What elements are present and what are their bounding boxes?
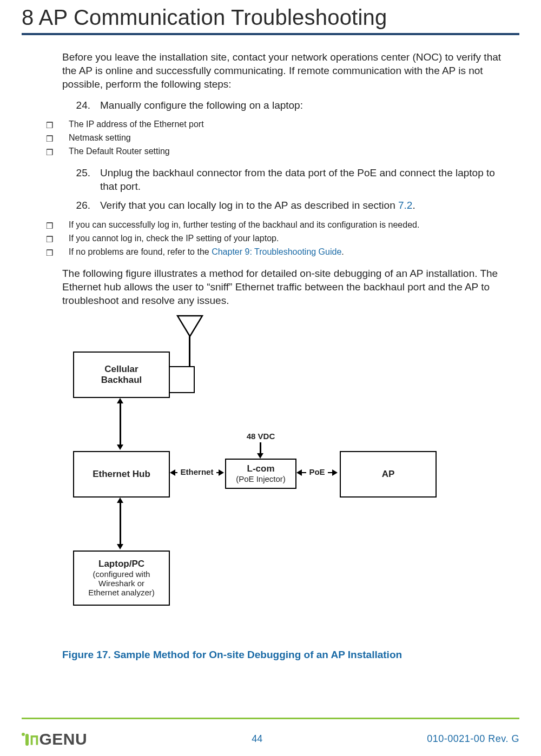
- step-number: 24.: [62, 98, 100, 112]
- step-24: 24. Manually configure the following on …: [62, 98, 514, 112]
- check-text: The Default Router setting: [69, 147, 170, 156]
- check-item: ❒ The Default Router setting: [46, 147, 519, 158]
- check-text: If you cannot log in, check the IP setti…: [69, 234, 279, 243]
- heading-rule: [22, 33, 519, 35]
- step-25: 25. Unplug the backhaul connector from t…: [62, 166, 514, 193]
- step-list: 24. Manually configure the following on …: [62, 98, 514, 112]
- step-number: 26.: [62, 198, 100, 212]
- cellular-backhaul-box: Cellular Backhaul: [73, 352, 170, 398]
- check-text: If no problems are found, refer to the C…: [69, 247, 344, 257]
- box-sub2: Wireshark or: [98, 579, 144, 588]
- box-sub1: (configured with: [93, 569, 150, 579]
- step-text-post: .: [412, 200, 415, 211]
- intro-paragraph: Before you leave the installation site, …: [62, 50, 514, 91]
- connector-line: [260, 442, 261, 454]
- check-item: ❒ If you cannot log in, check the IP set…: [46, 234, 519, 246]
- check-item: ❒ If no problems are found, refer to the…: [46, 247, 519, 259]
- arrow-right-icon: [332, 469, 338, 476]
- arrow-left-icon: [170, 469, 175, 476]
- logo-dot-icon: [22, 733, 25, 736]
- check-item: ❒ If you can successfully log in, furthe…: [46, 220, 519, 232]
- logo-text: GENU: [39, 730, 88, 748]
- check-item: ❒ The IP address of the Ethernet port: [46, 120, 519, 131]
- box-title: L-com: [247, 463, 275, 474]
- arrow-up-icon: [117, 398, 123, 403]
- connector-line: [120, 402, 121, 445]
- connector-line: [120, 502, 121, 544]
- step-26: 26. Verify that you can locally log in t…: [62, 198, 514, 212]
- page-number: 44: [252, 733, 262, 745]
- check-text: Netmask setting: [69, 133, 131, 143]
- paragraph-2: The following figure illustrates a metho…: [62, 267, 514, 307]
- label-poe: PoE: [306, 467, 328, 476]
- chapter-link[interactable]: Chapter 9: Troubleshooting Guide: [212, 247, 341, 256]
- page-footer: ᴨGENU 44 010-0021-00 Rev. G: [22, 727, 519, 751]
- step-text: Verify that you can locally log in to th…: [100, 198, 514, 212]
- step-text: Unplug the backhaul connector from the d…: [100, 166, 514, 193]
- box-sub3: Ethernet analyzer): [88, 588, 155, 597]
- check-item: ❒ Netmask setting: [46, 133, 519, 145]
- arrow-left-icon: [296, 469, 302, 476]
- checklist-2: ❒ If you can successfully log in, furthe…: [62, 220, 519, 259]
- step-number: 25.: [62, 166, 100, 193]
- step-list: 25. Unplug the backhaul connector from t…: [62, 166, 514, 212]
- label-48vdc: 48 VDC: [243, 432, 278, 441]
- checkbox-icon: ❒: [46, 133, 57, 145]
- brand-logo: ᴨGENU: [22, 730, 87, 748]
- label-ethernet: Ethernet: [177, 467, 216, 476]
- antenna-icon: [176, 315, 203, 337]
- antenna-base: [168, 366, 195, 393]
- arrow-up-icon: [117, 498, 123, 503]
- document-id: 010-0021-00 Rev. G: [427, 733, 519, 745]
- debug-diagram: Cellular Backhaul Ethernet Hub L-com (Po…: [54, 315, 444, 639]
- box-title: Cellular: [104, 364, 138, 375]
- logo-n-green: ᴨ: [30, 730, 39, 748]
- checkbox-icon: ❒: [46, 147, 57, 158]
- arrow-right-icon: [219, 469, 224, 476]
- figure-caption: Figure 17. Sample Method for On-site Deb…: [62, 649, 519, 661]
- box-title: AP: [382, 469, 395, 480]
- step-text-pre: Verify that you can locally log in to th…: [100, 200, 398, 211]
- antenna-mast: [189, 336, 190, 366]
- lcom-box: L-com (PoE Injector): [225, 459, 296, 489]
- arrow-down-icon: [117, 445, 123, 450]
- ethernet-hub-box: Ethernet Hub: [73, 451, 170, 498]
- check-text: The IP address of the Ethernet port: [69, 120, 204, 129]
- section-link[interactable]: 7.2: [398, 200, 412, 211]
- checkbox-icon: ❒: [46, 234, 57, 246]
- check-text-post: .: [341, 247, 344, 256]
- arrow-down-icon: [257, 453, 263, 459]
- box-title: Laptop/PC: [98, 559, 144, 569]
- box-subtitle: Backhaul: [101, 375, 142, 386]
- step-text: Manually configure the following on a la…: [100, 98, 514, 112]
- chapter-title-text: AP Communication Troubleshooting: [39, 5, 387, 29]
- box-subtitle: (PoE Injector): [236, 474, 286, 483]
- logo-i-icon: [25, 734, 29, 746]
- footer-rule: [22, 718, 519, 719]
- svg-marker-0: [177, 316, 202, 336]
- checkbox-icon: ❒: [46, 247, 57, 259]
- laptop-box: Laptop/PC (configured with Wireshark or …: [73, 551, 170, 606]
- chapter-number: 8: [22, 5, 34, 29]
- checkbox-icon: ❒: [46, 220, 57, 232]
- checklist-1: ❒ The IP address of the Ethernet port ❒ …: [62, 120, 519, 158]
- check-text-pre: If no problems are found, refer to the: [69, 247, 212, 256]
- ap-box: AP: [340, 451, 437, 498]
- box-title: Ethernet Hub: [93, 469, 150, 480]
- chapter-heading: 8 AP Communication Troubleshooting: [22, 5, 519, 30]
- checkbox-icon: ❒: [46, 120, 57, 131]
- arrow-down-icon: [117, 544, 123, 549]
- check-text: If you can successfully log in, further …: [69, 220, 419, 230]
